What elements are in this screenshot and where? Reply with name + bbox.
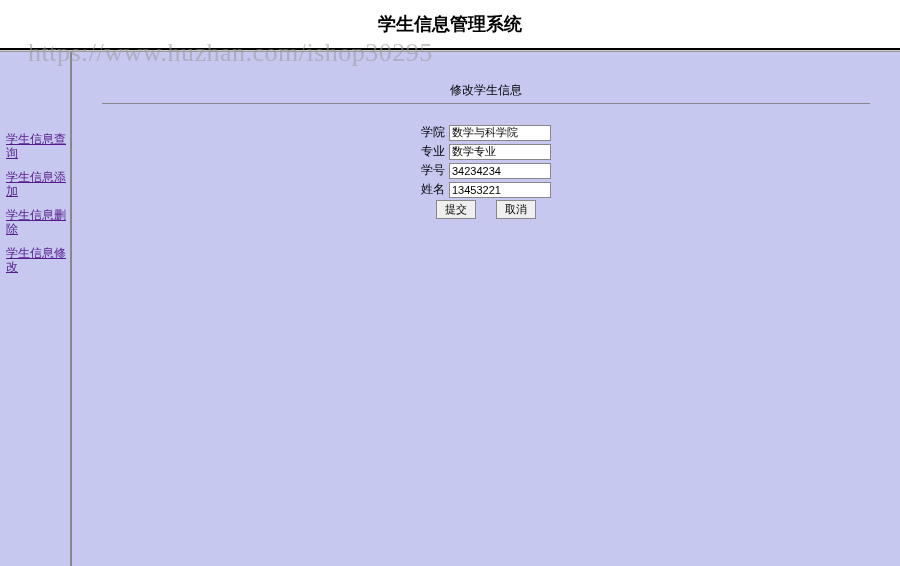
submit-button[interactable] [436, 200, 476, 219]
sidebar-item-modify[interactable]: 学生信息修改 [6, 246, 70, 274]
form-row-name: 姓名 [421, 181, 551, 198]
student-id-input[interactable] [449, 163, 551, 179]
sidebar-item-delete[interactable]: 学生信息删除 [6, 208, 70, 236]
major-label: 专业 [421, 143, 447, 160]
page-title: 学生信息管理系统 [0, 12, 900, 36]
form-row-student-id: 学号 [421, 162, 551, 179]
name-input[interactable] [449, 182, 551, 198]
form-row-buttons [421, 200, 551, 219]
form-row-major: 专业 [421, 143, 551, 160]
form-divider [102, 103, 870, 104]
major-input[interactable] [449, 144, 551, 160]
main-container: 学生信息查询 学生信息添加 学生信息删除 学生信息修改 修改学生信息 学院 专业… [0, 52, 900, 566]
cancel-button[interactable] [496, 200, 536, 219]
form-row-college: 学院 [421, 124, 551, 141]
sidebar: 学生信息查询 学生信息添加 学生信息删除 学生信息修改 [0, 52, 72, 566]
college-input[interactable] [449, 125, 551, 141]
college-label: 学院 [421, 124, 447, 141]
name-label: 姓名 [421, 181, 447, 198]
form-title: 修改学生信息 [72, 82, 900, 99]
main-content: 修改学生信息 学院 专业 学号 姓名 [72, 52, 900, 566]
header: 学生信息管理系统 [0, 0, 900, 48]
sidebar-item-add[interactable]: 学生信息添加 [6, 170, 70, 198]
sidebar-item-query[interactable]: 学生信息查询 [6, 132, 70, 160]
form-table: 学院 专业 学号 姓名 [419, 122, 553, 221]
student-id-label: 学号 [421, 162, 447, 179]
